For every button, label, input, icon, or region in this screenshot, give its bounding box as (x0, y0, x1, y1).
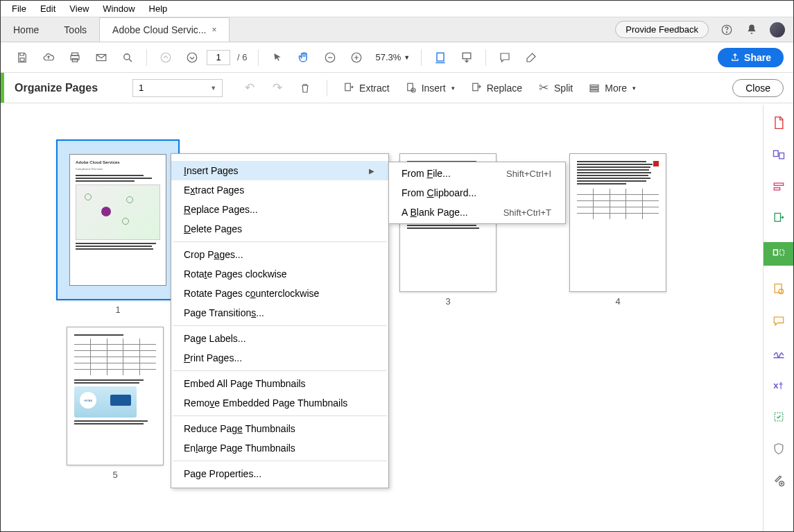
submenu-from-file[interactable]: From File... Shift+Ctrl+I (389, 164, 565, 183)
zoom-in-icon[interactable] (345, 46, 368, 69)
ctx-transitions[interactable]: Page Transitions... (171, 303, 388, 323)
rail-protect-icon[interactable] (770, 440, 787, 457)
context-menu: Insert Pages ▶ Extract Pages Replace Pag… (171, 153, 389, 488)
rail-edit-icon[interactable] (770, 178, 787, 195)
delete-button[interactable] (295, 82, 316, 94)
ctx-replace-pages[interactable]: Replace Pages... (171, 200, 388, 219)
ctx-remove-embed[interactable]: Remove Embedded Page Thumbnails (171, 393, 388, 413)
tab-document-label: Adobe Cloud Servic... (112, 24, 206, 35)
replace-label: Replace (487, 83, 522, 94)
menu-edit[interactable]: Edit (33, 2, 62, 15)
zoom-level-dropdown[interactable]: 57.3%▼ (371, 52, 414, 62)
rotate-cw-button[interactable]: ↷ (267, 82, 288, 94)
menu-view[interactable]: View (62, 2, 96, 15)
rail-create-pdf-icon[interactable] (770, 114, 787, 131)
hand-tool-icon[interactable] (292, 46, 316, 69)
rail-sign-icon[interactable] (770, 345, 787, 361)
svg-rect-5 (72, 58, 78, 62)
replace-button[interactable]: Replace (466, 82, 526, 94)
fit-page-icon[interactable] (455, 46, 478, 69)
ctx-delete-pages[interactable]: Delete Pages (171, 219, 388, 239)
ctx-rotate-cw[interactable]: Rotate Pages clockwise (171, 264, 388, 284)
rail-combine-icon[interactable] (770, 146, 787, 163)
rail-optimize-icon[interactable] (770, 409, 787, 425)
page-number-input[interactable] (207, 50, 230, 65)
menu-file[interactable]: File (5, 2, 33, 15)
user-avatar[interactable] (770, 22, 785, 37)
svg-rect-12 (437, 53, 444, 61)
save-icon[interactable] (10, 46, 34, 69)
submenu-from-clipboard[interactable]: From Clipboard... (389, 183, 565, 203)
insert-button[interactable]: Insert▾ (401, 82, 459, 94)
menu-window[interactable]: Window (96, 2, 141, 15)
notifications-icon[interactable] (745, 23, 759, 37)
organize-title: Organize Pages (15, 82, 98, 94)
extract-button[interactable]: Extract (338, 82, 394, 94)
menu-help[interactable]: Help (142, 2, 175, 15)
svg-rect-25 (775, 214, 780, 222)
page-up-icon[interactable] (154, 46, 178, 69)
ctx-reduce[interactable]: Reduce Page Thumbnails (171, 419, 388, 438)
svg-rect-13 (463, 53, 471, 58)
rail-comment-icon[interactable] (770, 281, 787, 298)
thumbnail-5-label: 5 (67, 470, 164, 480)
tab-document[interactable]: Adobe Cloud Servic... × (99, 17, 230, 42)
svg-rect-28 (775, 284, 782, 293)
ctx-print[interactable]: Print Pages... (171, 348, 388, 368)
svg-rect-21 (773, 151, 778, 156)
ctx-insert-pages[interactable]: Insert Pages ▶ (171, 161, 388, 180)
ctx-labels[interactable]: Page Labels... (171, 329, 388, 348)
fit-width-icon[interactable] (429, 46, 452, 69)
thumbnail-3-label: 3 (399, 296, 497, 307)
main-toolbar: / 6 57.3%▼ Share (1, 42, 793, 73)
svg-point-7 (124, 53, 130, 59)
svg-point-8 (161, 53, 171, 62)
submenu-blank-page[interactable]: A Blank Page... Shift+Ctrl+T (389, 203, 565, 222)
rotate-ccw-button[interactable]: ↶ (239, 82, 260, 94)
svg-rect-23 (774, 183, 783, 185)
rail-redact-icon[interactable]: x† (770, 377, 787, 393)
svg-rect-22 (779, 153, 784, 159)
page-select-dropdown[interactable]: 1 ▼ (132, 79, 223, 97)
email-icon[interactable] (89, 46, 113, 69)
more-label: More (605, 83, 627, 94)
ctx-properties[interactable]: Page Properties... (171, 464, 388, 483)
more-button[interactable]: More▾ (584, 82, 640, 94)
search-icon[interactable] (116, 46, 139, 69)
extract-label: Extract (359, 83, 390, 94)
ctx-crop-pages[interactable]: Crop Pages... (171, 245, 388, 264)
split-label: Split (554, 83, 573, 94)
split-button[interactable]: ✂Split (533, 82, 577, 94)
blank-page-shortcut: Shift+Ctrl+T (503, 207, 551, 218)
ctx-enlarge[interactable]: Enlarge Page Thumbnails (171, 438, 388, 458)
cloud-upload-icon[interactable] (37, 46, 60, 69)
print-icon[interactable] (63, 46, 87, 69)
tab-close-icon[interactable]: × (212, 25, 216, 35)
comment-icon[interactable] (493, 46, 517, 69)
help-icon[interactable] (720, 23, 734, 37)
provide-feedback-button[interactable]: Provide Feedback (615, 21, 709, 38)
tab-home[interactable]: Home (1, 17, 51, 42)
insert-label: Insert (422, 83, 446, 94)
svg-rect-18 (590, 85, 598, 86)
thumbnail-5[interactable]: HIPAA 5 (67, 327, 164, 480)
thumbnail-1-label: 1 (56, 304, 180, 315)
select-tool-icon[interactable] (266, 46, 289, 69)
rail-organize-icon[interactable] (763, 242, 794, 266)
zoom-out-icon[interactable] (318, 46, 342, 69)
highlight-icon[interactable] (519, 46, 543, 69)
ctx-extract-pages[interactable]: Extract Pages (171, 180, 388, 200)
thumbnail-1[interactable]: Adobe Cloud Services Compliance Overview… (56, 139, 180, 315)
close-button[interactable]: Close (732, 79, 784, 97)
thumbnail-4[interactable]: 4 (569, 153, 666, 307)
ctx-embed[interactable]: Embed All Page Thumbnails (171, 374, 388, 393)
rail-export-icon[interactable] (770, 210, 787, 227)
rail-more-tools-icon[interactable] (770, 472, 787, 489)
rail-chat-icon[interactable] (770, 313, 787, 329)
svg-rect-20 (590, 90, 598, 92)
share-button[interactable]: Share (718, 48, 784, 67)
ctx-rotate-ccw[interactable]: Rotate Pages counterclockwise (171, 284, 388, 303)
thumbnail-4-label: 4 (569, 296, 666, 307)
page-down-icon[interactable] (180, 46, 204, 69)
tab-tools[interactable]: Tools (51, 17, 99, 42)
